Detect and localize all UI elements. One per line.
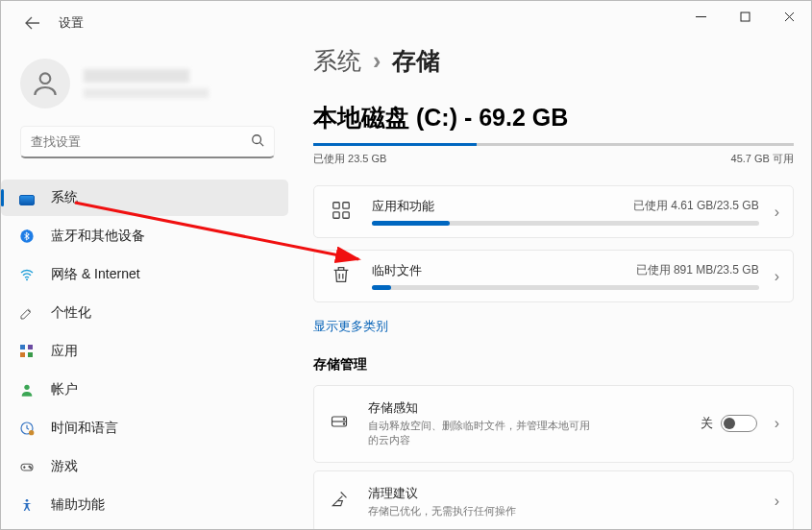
- mgmt-title: 清理建议: [368, 485, 757, 502]
- card-meta: 已使用 4.61 GB/23.5 GB: [633, 198, 759, 215]
- svg-rect-6: [28, 345, 33, 349]
- mgmt-subtitle: 自动释放空间、删除临时文件，并管理本地可用的云内容: [368, 419, 599, 448]
- disk-usage-bar: [313, 143, 794, 146]
- breadcrumb-parent[interactable]: 系统: [313, 45, 361, 77]
- svg-point-1: [40, 73, 51, 84]
- accessibility-icon: [18, 496, 36, 514]
- nav-item-label: 辅助功能: [51, 496, 275, 514]
- nav-list: 系统蓝牙和其他设备网络 & Internet个性化应用帐户时间和语言游戏辅助功能: [1, 178, 294, 529]
- svg-point-21: [343, 419, 344, 420]
- apps-icon: [18, 343, 36, 360]
- nav-item-bluetooth[interactable]: 蓝牙和其他设备: [1, 218, 288, 254]
- toggle-switch[interactable]: [721, 415, 757, 432]
- search-icon: [251, 133, 264, 151]
- mgmt-card-broom[interactable]: 清理建议存储已优化，无需执行任何操作›: [313, 470, 794, 529]
- card-usage-bar: [372, 285, 759, 290]
- nav-item-label: 个性化: [51, 304, 275, 322]
- time-icon: [18, 420, 36, 437]
- svg-point-2: [253, 134, 261, 143]
- account-icon: [18, 381, 36, 398]
- profile-email: [84, 88, 209, 98]
- nav-item-accessibility[interactable]: 辅助功能: [1, 487, 288, 523]
- storage-card-trash[interactable]: 临时文件已使用 891 MB/23.5 GB›: [313, 250, 794, 302]
- nav-item-label: 蓝牙和其他设备: [51, 228, 275, 245]
- show-more-link[interactable]: 显示更多类别: [313, 318, 388, 335]
- search-input[interactable]: [31, 134, 251, 149]
- nav-item-system[interactable]: 系统: [1, 180, 288, 216]
- bluetooth-icon: [18, 228, 36, 245]
- svg-point-22: [343, 423, 344, 424]
- svg-point-13: [29, 466, 30, 467]
- avatar: [20, 59, 70, 108]
- chevron-right-icon: ›: [775, 493, 779, 510]
- nav-item-wifi[interactable]: 网络 & Internet: [1, 256, 288, 293]
- toggle-label: 关: [701, 415, 713, 432]
- storage-mgmt-title: 存储管理: [313, 356, 794, 373]
- card-title: 应用和功能: [372, 198, 434, 215]
- nav-item-time[interactable]: 时间和语言: [1, 410, 288, 446]
- svg-point-9: [24, 385, 29, 390]
- profile-name: [84, 69, 189, 83]
- card-meta: 已使用 891 MB/23.5 GB: [636, 262, 759, 279]
- svg-rect-0: [741, 12, 750, 21]
- chevron-right-icon: ›: [775, 415, 779, 432]
- card-usage-bar: [372, 221, 759, 226]
- svg-rect-18: [333, 211, 339, 217]
- svg-rect-5: [20, 345, 25, 349]
- chevron-right-icon: ›: [775, 204, 779, 221]
- disk-icon: [328, 412, 351, 435]
- maximize-button[interactable]: [723, 1, 767, 32]
- chevron-right-icon: ›: [373, 47, 381, 75]
- breadcrumb-current: 存储: [392, 45, 440, 77]
- card-title: 临时文件: [372, 262, 422, 279]
- disk-free-label: 45.7 GB 可用: [731, 152, 794, 166]
- nav-item-apps[interactable]: 应用: [1, 333, 288, 370]
- breadcrumb: 系统 › 存储: [313, 45, 794, 77]
- nav-item-label: 网络 & Internet: [51, 266, 275, 283]
- mgmt-title: 存储感知: [368, 399, 701, 417]
- nav-item-label: 帐户: [51, 381, 275, 398]
- gaming-icon: [18, 458, 36, 475]
- profile-section[interactable]: [1, 53, 294, 126]
- svg-point-11: [29, 430, 34, 435]
- mgmt-subtitle: 存储已优化，无需执行任何操作: [368, 504, 599, 518]
- system-icon: [18, 189, 36, 206]
- svg-rect-8: [28, 352, 33, 357]
- trash-icon: [328, 264, 355, 289]
- apps-icon: [328, 200, 355, 225]
- nav-item-label: 游戏: [51, 458, 275, 475]
- sidebar: 系统蓝牙和其他设备网络 & Internet个性化应用帐户时间和语言游戏辅助功能: [1, 45, 294, 529]
- wifi-icon: [18, 266, 36, 283]
- nav-item-personalize[interactable]: 个性化: [1, 295, 288, 331]
- personalize-icon: [18, 304, 36, 322]
- svg-point-14: [30, 468, 31, 469]
- close-button[interactable]: [767, 1, 811, 32]
- svg-rect-16: [333, 202, 339, 207]
- nav-item-account[interactable]: 帐户: [1, 372, 288, 408]
- broom-icon: [328, 490, 351, 513]
- nav-item-label: 时间和语言: [51, 420, 275, 437]
- nav-item-label: 应用: [51, 343, 275, 360]
- disk-title: 本地磁盘 (C:) - 69.2 GB: [313, 102, 794, 133]
- disk-used-label: 已使用 23.5 GB: [313, 152, 386, 166]
- nav-item-label: 系统: [51, 189, 275, 206]
- main-content: 系统 › 存储 本地磁盘 (C:) - 69.2 GB 已使用 23.5 GB …: [294, 45, 811, 529]
- search-input-wrapper[interactable]: [20, 126, 275, 158]
- minimize-button[interactable]: [678, 1, 723, 32]
- nav-item-gaming[interactable]: 游戏: [1, 448, 288, 485]
- svg-point-4: [26, 278, 28, 280]
- svg-point-15: [26, 499, 29, 502]
- back-button[interactable]: [18, 9, 47, 37]
- svg-rect-7: [20, 352, 25, 357]
- svg-rect-17: [343, 202, 349, 207]
- app-title: 设置: [59, 14, 84, 32]
- chevron-right-icon: ›: [775, 268, 779, 285]
- storage-card-apps[interactable]: 应用和功能已使用 4.61 GB/23.5 GB›: [313, 185, 794, 238]
- svg-rect-19: [343, 211, 349, 217]
- mgmt-card-disk[interactable]: 存储感知自动释放空间、删除临时文件，并管理本地可用的云内容关›: [313, 385, 794, 463]
